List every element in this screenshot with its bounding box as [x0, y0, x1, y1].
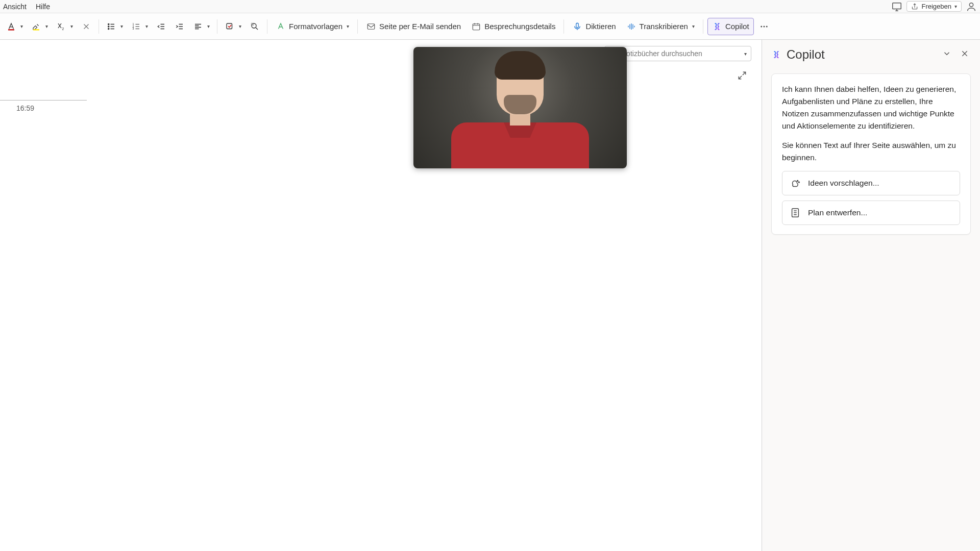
svg-point-21 [797, 181, 798, 182]
page-timestamp: 16:59 [16, 104, 34, 112]
svg-rect-11 [227, 23, 232, 29]
copilot-intro-card: Ich kann Ihnen dabei helfen, Ideen zu ge… [771, 73, 971, 235]
transcribe-label: Transkribieren [640, 22, 688, 31]
copilot-panel-body: Ich kann Ihnen dabei helfen, Ideen zu ge… [762, 69, 980, 239]
chevron-down-icon: ▾ [45, 23, 48, 29]
email-page-label: Seite per E-Mail senden [379, 22, 461, 31]
svg-rect-3 [33, 29, 39, 30]
suggest-ideas-label: Ideen vorschlagen... [808, 179, 879, 188]
copilot-intro-text-1: Ich kann Ihnen dabei helfen, Ideen zu ge… [782, 83, 960, 132]
presentation-mode-icon[interactable] [891, 1, 902, 12]
copilot-panel: Copilot Ich kann Ihnen dabei helfen, Ide… [762, 40, 980, 551]
styles-icon [276, 21, 286, 32]
svg-point-17 [761, 26, 762, 27]
copilot-panel-title: Copilot [787, 47, 825, 62]
align-left-icon [193, 21, 203, 32]
chevron-down-icon: ▾ [954, 4, 957, 9]
webcam-overlay [413, 47, 627, 168]
expand-icon[interactable] [737, 70, 747, 83]
indent-button[interactable] [172, 18, 188, 35]
svg-rect-0 [893, 3, 901, 9]
menu-view[interactable]: Ansicht [3, 3, 27, 11]
dictate-label: Diktieren [585, 22, 616, 31]
copilot-intro-text-2: Sie können Text auf Ihrer Seite auswähle… [782, 139, 960, 164]
outdent-button[interactable] [153, 18, 169, 35]
numbered-list-icon: 123 [131, 21, 141, 32]
ribbon-toolbar: ▾ ▾ 2 ▾ ▾ 123 ▾ [0, 13, 980, 40]
share-label: Freigeben [921, 3, 951, 10]
copilot-logo-icon [771, 49, 781, 60]
dictate-button[interactable]: Diktieren [568, 18, 620, 35]
chevron-down-icon: ▾ [20, 23, 23, 29]
svg-rect-16 [576, 23, 579, 28]
font-color-button[interactable]: ▾ [3, 18, 26, 35]
copilot-button[interactable]: Copilot [707, 18, 754, 35]
subscript-icon: 2 [56, 21, 66, 32]
font-color-icon [6, 21, 16, 32]
copilot-panel-header: Copilot [762, 40, 980, 69]
svg-rect-14 [368, 23, 375, 29]
chevron-down-icon: ▾ [239, 23, 241, 29]
chevron-down-icon: ▾ [145, 23, 148, 29]
search-dropdown-icon[interactable]: ▾ [744, 51, 747, 57]
svg-point-12 [252, 23, 256, 28]
clear-formatting-button[interactable] [78, 18, 94, 35]
copilot-label: Copilot [725, 22, 749, 31]
align-button[interactable]: ▾ [190, 18, 213, 35]
bullet-list-icon [106, 21, 116, 32]
email-page-button[interactable]: Seite per E-Mail senden [362, 18, 465, 35]
svg-text:3: 3 [133, 27, 134, 30]
menu-help[interactable]: Hilfe [36, 3, 50, 11]
outdent-icon [156, 21, 166, 32]
svg-point-5 [108, 23, 109, 24]
svg-point-22 [798, 182, 799, 183]
svg-point-1 [969, 3, 973, 6]
collapse-panel-button[interactable] [940, 47, 953, 62]
microphone-icon [572, 21, 582, 32]
find-tags-button[interactable] [247, 18, 263, 35]
draft-plan-label: Plan entwerfen... [808, 208, 867, 217]
share-button[interactable]: Freigeben ▾ [906, 1, 962, 12]
subscript-button[interactable]: 2 ▾ [53, 18, 76, 35]
note-canvas[interactable]: ▾ 16:59 [0, 40, 762, 551]
main-content: ▾ 16:59 C [0, 40, 980, 551]
account-icon[interactable] [966, 1, 977, 12]
more-commands-button[interactable] [756, 18, 772, 35]
svg-point-18 [763, 26, 765, 27]
chevron-down-icon: ▾ [120, 23, 123, 29]
svg-rect-15 [473, 23, 480, 30]
menu-bar: Ansicht Hilfe Freigeben ▾ [0, 0, 980, 13]
svg-rect-2 [8, 29, 14, 30]
tags-button[interactable]: ▾ [222, 18, 244, 35]
tag-check-icon [225, 21, 235, 32]
highlight-icon [31, 21, 41, 32]
search-input[interactable] [621, 49, 740, 58]
lightbulb-cloud-icon [790, 178, 801, 189]
envelope-icon [366, 21, 376, 32]
svg-point-6 [108, 26, 109, 27]
suggest-ideas-button[interactable]: Ideen vorschlagen... [782, 171, 960, 195]
copilot-icon [712, 21, 722, 32]
chevron-down-icon: ▾ [692, 23, 695, 29]
meeting-details-label: Besprechungsdetails [484, 22, 555, 31]
numbered-list-button[interactable]: 123 ▾ [128, 18, 151, 35]
meeting-details-button[interactable]: Besprechungsdetails [467, 18, 559, 35]
calendar-icon [471, 21, 481, 32]
draft-plan-button[interactable]: Plan entwerfen... [782, 201, 960, 225]
chevron-down-icon: ▾ [347, 23, 349, 29]
search-tag-icon [250, 21, 260, 32]
title-underline [0, 100, 87, 101]
styles-button[interactable]: Formatvorlagen ▾ [272, 18, 353, 35]
close-panel-button[interactable] [959, 47, 971, 62]
highlight-button[interactable]: ▾ [28, 18, 51, 35]
chevron-down-icon: ▾ [70, 23, 73, 29]
ellipsis-icon [759, 21, 769, 32]
transcribe-icon [626, 21, 636, 32]
bullet-list-button[interactable]: ▾ [103, 18, 126, 35]
svg-text:2: 2 [62, 27, 64, 30]
indent-icon [175, 21, 185, 32]
chevron-down-icon: ▾ [207, 23, 210, 29]
styles-label: Formatvorlagen [289, 22, 342, 31]
svg-point-19 [766, 26, 767, 27]
transcribe-button[interactable]: Transkribieren ▾ [622, 18, 699, 35]
